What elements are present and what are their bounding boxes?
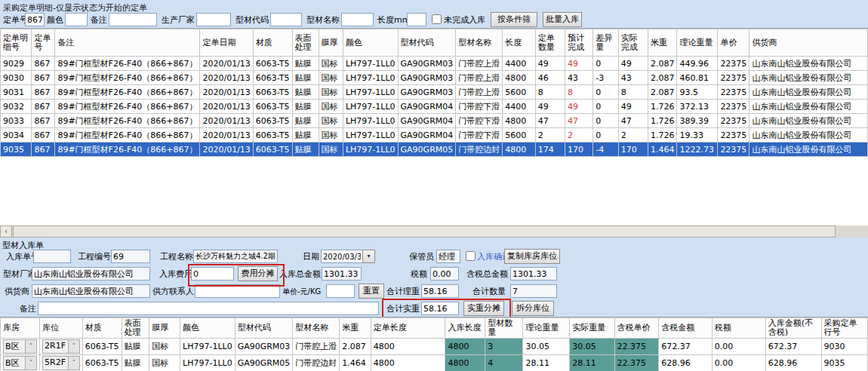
column-header[interactable]: 表面处理 [292, 29, 319, 57]
remark-input[interactable] [38, 302, 379, 315]
table-row[interactable]: 903386789#门框型材F26-F40（866+867）2020/01/13… [1, 114, 868, 128]
table-cell: 门带腔下滑 [456, 100, 503, 114]
column-header[interactable]: 采购定单行号 [821, 318, 867, 339]
column-header[interactable]: 供货商 [749, 29, 868, 57]
table-row[interactable]: 903586789#门框型材F26-F40（866+867）2020/01/13… [1, 143, 868, 157]
column-header[interactable]: 型材数量 [485, 318, 523, 339]
column-header[interactable]: 米重 [648, 29, 677, 57]
scrollbar-thumb[interactable] [13, 225, 836, 238]
order-no-input[interactable] [25, 13, 45, 26]
table-cell: 9030 [1, 71, 32, 85]
actual-weight-allocate-button[interactable]: 实重分摊 [463, 301, 504, 316]
keeper-input[interactable] [436, 250, 460, 263]
copy-warehouse-location-button[interactable]: 复制库房库位 [504, 249, 560, 264]
column-header[interactable]: 差异量 [593, 29, 618, 57]
combo-cell[interactable]: B区˅ [1, 339, 40, 355]
color-filter-input[interactable] [65, 13, 88, 26]
supplier-input[interactable] [32, 284, 150, 298]
supplier-contact-input[interactable] [195, 284, 280, 298]
calendar-dropdown-button[interactable]: ▾ [362, 250, 375, 263]
column-header[interactable]: 税额 [712, 318, 765, 339]
table-row[interactable]: 903186789#门框型材F26-F40（866+867）2020/01/13… [1, 85, 868, 100]
chevron-down-icon[interactable]: ˅ [26, 339, 37, 354]
profile-name-filter-input[interactable] [341, 13, 374, 26]
batch-inbound-button[interactable]: 批量入库 [543, 12, 582, 27]
total-qty-input[interactable] [510, 284, 557, 298]
column-header[interactable]: 含税金额 [659, 318, 713, 339]
table-cell: 国标 [319, 100, 343, 114]
reset-button[interactable]: 重置 [359, 284, 384, 299]
factory-input[interactable] [32, 267, 150, 281]
column-header[interactable]: 型材代码 [398, 29, 456, 57]
column-header[interactable]: 定单日期 [200, 29, 253, 57]
column-header[interactable]: 理论重量 [677, 29, 718, 57]
column-header[interactable]: 实际重量 [570, 318, 614, 339]
chevron-down-icon[interactable]: ˅ [69, 339, 80, 354]
filter-by-condition-button[interactable]: 按条件筛选 [491, 12, 537, 27]
chevron-down-icon[interactable]: ˅ [26, 356, 37, 370]
column-header[interactable]: 材质 [82, 318, 122, 339]
chevron-down-icon[interactable]: ˅ [69, 356, 80, 370]
column-header[interactable]: 库房 [1, 318, 40, 339]
table-row[interactable]: 902986789#门框型材F26-F40（866+867）2020/01/13… [1, 57, 868, 71]
date-input[interactable] [321, 250, 363, 263]
total-theory-weight-input[interactable] [421, 284, 459, 298]
column-header[interactable]: 米重 [340, 318, 371, 339]
project-name-input[interactable] [193, 250, 278, 263]
fee-allocate-button[interactable]: 费用分摊 [238, 266, 278, 281]
table-row[interactable]: 903086789#门框型材F26-F40（866+867）2020/01/13… [1, 71, 868, 85]
inbound-fee-input[interactable] [191, 267, 234, 281]
column-header[interactable]: 库位 [40, 318, 83, 339]
table-cell: 22375 [718, 71, 749, 85]
remark-filter-input[interactable] [109, 13, 157, 26]
scroll-left-button[interactable]: ‹ [0, 225, 12, 238]
column-header[interactable]: 单价 [718, 29, 749, 57]
unit-price-input[interactable] [326, 284, 355, 298]
manufacturer-input[interactable] [196, 13, 231, 26]
column-header[interactable]: 备注 [55, 29, 200, 57]
horizontal-scrollbar[interactable]: ‹ [0, 225, 868, 238]
project-no-input[interactable] [111, 250, 150, 263]
total-actual-weight-input[interactable] [421, 302, 459, 315]
table-row[interactable]: 903286789#门框型材F26-F40（866+867）2020/01/13… [1, 100, 868, 114]
column-header[interactable]: 定单号 [32, 29, 55, 57]
table-row[interactable]: B区˅2R1F˅6063-T5贴膜国标LH797-1LL0GA90GRM03门带… [1, 339, 868, 355]
length-filter-input[interactable] [407, 13, 426, 26]
table-cell: GA90GRM05 [398, 143, 456, 157]
column-header[interactable]: 长度 [503, 29, 536, 57]
column-header[interactable]: 实际完成 [618, 29, 648, 57]
table-cell: 460.81 [677, 71, 718, 85]
combo-cell[interactable]: 5R2F˅ [40, 355, 83, 371]
column-header[interactable]: 定单数量 [535, 29, 565, 57]
table-row[interactable]: 903486789#门框型材F26-F40（866+867）2020/01/13… [1, 128, 868, 143]
table-cell: 2020/01/13 [200, 100, 253, 114]
unfinished-checkbox[interactable] [432, 14, 442, 24]
combo-cell[interactable]: B区˅ [1, 355, 40, 371]
table-cell: 贴膜 [292, 57, 319, 71]
column-header[interactable]: 颜色 [343, 29, 398, 57]
split-location-button[interactable]: 拆分库位 [512, 301, 554, 316]
column-header[interactable]: 膜厚 [149, 318, 180, 339]
column-header[interactable]: 型材代码 [235, 318, 293, 339]
profile-code-filter-input[interactable] [270, 13, 302, 26]
total-with-tax-input[interactable] [510, 267, 557, 281]
column-header[interactable]: 定单长度 [371, 318, 445, 339]
column-header[interactable]: 表面处理 [122, 318, 149, 339]
column-header[interactable]: 含税单价 [614, 318, 659, 339]
column-header[interactable]: 材质 [253, 29, 292, 57]
column-header[interactable]: 理论重量 [523, 318, 570, 339]
total-amount-input[interactable] [322, 267, 362, 281]
combo-cell[interactable]: 2R1F˅ [40, 339, 83, 355]
column-header[interactable]: 入库金额(不含税) [765, 318, 821, 339]
column-header[interactable]: 颜色 [180, 318, 235, 339]
column-header[interactable]: 型材名称 [456, 29, 503, 57]
column-header[interactable]: 定单明细号 [1, 29, 32, 57]
tax-input[interactable] [430, 267, 459, 281]
inbound-confirm-checkbox[interactable] [466, 251, 476, 261]
table-row[interactable]: B区˅5R2F˅6063-T5贴膜国标LH797-1LL0GA90GRM05门带… [1, 355, 868, 371]
column-header[interactable]: 预计完成 [565, 29, 593, 57]
column-header[interactable]: 型材名称 [293, 318, 340, 339]
warehouse-no-input[interactable] [33, 250, 71, 263]
column-header[interactable]: 入库长度 [445, 318, 485, 339]
column-header[interactable]: 膜厚 [319, 29, 343, 57]
